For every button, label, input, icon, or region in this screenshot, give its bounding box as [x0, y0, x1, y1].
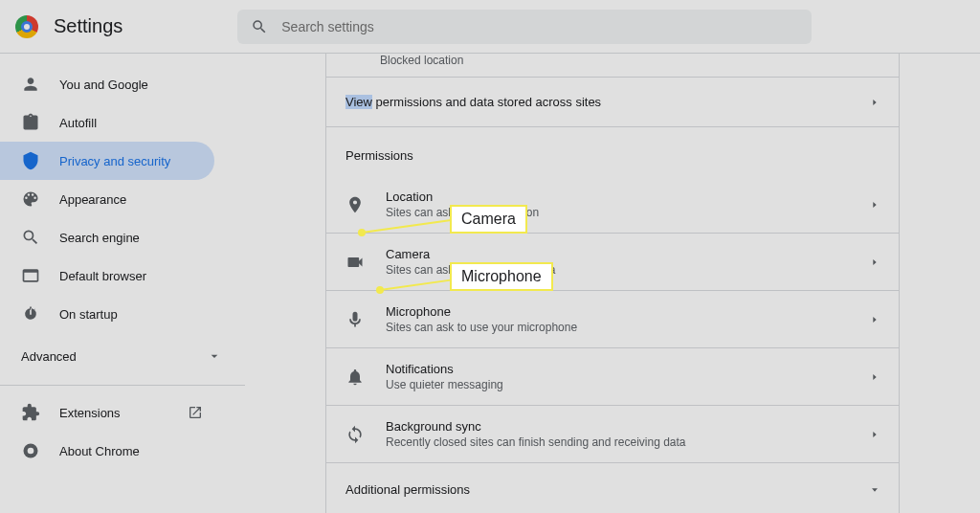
sidebar-item-search-engine[interactable]: Search engine — [0, 218, 214, 256]
chrome-logo-icon — [15, 15, 38, 38]
sidebar-item-about-chrome[interactable]: About Chrome — [0, 432, 214, 470]
sidebar-item-label: On startup — [59, 307, 118, 322]
chevron-down-icon — [207, 348, 222, 364]
chevron-right-icon — [870, 315, 880, 324]
search-icon — [21, 228, 40, 247]
sidebar-item-label: You and Google — [59, 78, 148, 92]
permission-row-background-sync[interactable]: Background syncRecently closed sites can… — [326, 406, 899, 463]
blocked-location-stub: Blocked location — [326, 54, 899, 78]
row-title: Additional permissions — [345, 482, 870, 497]
chevron-right-icon — [870, 200, 880, 210]
row-sub: Recently closed sites can finish sending… — [386, 435, 870, 449]
clipboard-icon — [21, 113, 40, 132]
row-title: Background sync — [386, 419, 870, 434]
sidebar-item-you-and-google[interactable]: You and Google — [0, 65, 214, 103]
chevron-right-icon — [870, 430, 880, 439]
view-permissions-row[interactable]: View permissions and data stored across … — [326, 78, 899, 127]
sidebar-advanced-toggle[interactable]: Advanced — [0, 337, 245, 375]
search-icon — [251, 18, 268, 35]
sync-icon — [345, 425, 365, 444]
row-title: Notifications — [386, 362, 870, 376]
permission-row-camera[interactable]: CameraSites can ask to use your camera — [326, 234, 899, 291]
row-title: Microphone — [386, 304, 870, 319]
sidebar: You and Google Autofill Privacy and secu… — [0, 54, 245, 513]
microphone-icon — [345, 310, 365, 329]
sidebar-item-label: Search engine — [59, 231, 140, 245]
row-sub: Use quieter messaging — [386, 378, 870, 391]
open-in-new-icon — [188, 405, 203, 420]
shield-icon — [21, 151, 40, 170]
sidebar-item-on-startup[interactable]: On startup — [0, 295, 214, 333]
permissions-header: Permissions — [326, 127, 899, 176]
page-title: Settings — [54, 15, 122, 37]
view-permissions-text: View permissions and data stored across … — [345, 95, 601, 109]
sidebar-item-default-browser[interactable]: Default browser — [0, 256, 214, 295]
permission-row-microphone[interactable]: MicrophoneSites can ask to use your micr… — [326, 291, 899, 348]
sidebar-item-label: Privacy and security — [59, 154, 170, 168]
sidebar-item-appearance[interactable]: Appearance — [0, 180, 214, 218]
search-box[interactable] — [237, 10, 812, 44]
sidebar-item-autofill[interactable]: Autofill — [0, 103, 214, 142]
sidebar-item-label: Autofill — [59, 116, 97, 130]
sidebar-divider — [0, 385, 245, 386]
callout-microphone: Microphone — [450, 262, 553, 291]
row-sub: Sites can ask to use your microphone — [386, 321, 870, 334]
sidebar-item-extensions[interactable]: Extensions — [0, 393, 214, 432]
extension-icon — [21, 403, 40, 422]
camera-icon — [345, 253, 365, 272]
location-icon — [345, 195, 365, 214]
permission-row-notifications[interactable]: NotificationsUse quieter messaging — [326, 348, 899, 406]
sidebar-item-label: Appearance — [59, 192, 126, 207]
settings-panel: Blocked location View permissions and da… — [325, 54, 900, 513]
sidebar-item-privacy-security[interactable]: Privacy and security — [0, 142, 214, 180]
row-title: Camera — [386, 247, 870, 261]
search-container — [237, 10, 812, 44]
app-header: Settings — [0, 0, 980, 54]
additional-permissions-row[interactable]: Additional permissions — [326, 463, 899, 513]
person-icon — [21, 75, 40, 94]
chevron-right-icon — [870, 98, 880, 107]
sidebar-item-label: Default browser — [59, 269, 146, 283]
svg-point-1 — [28, 448, 34, 455]
bell-icon — [345, 368, 365, 387]
chrome-icon — [21, 441, 40, 460]
sidebar-item-label: About Chrome — [59, 444, 140, 458]
advanced-label: Advanced — [21, 349, 77, 364]
palette-icon — [21, 190, 40, 209]
power-icon — [21, 304, 40, 323]
search-input[interactable] — [281, 19, 798, 34]
sidebar-item-label: Extensions — [59, 406, 121, 420]
main-content: Blocked location View permissions and da… — [245, 54, 980, 513]
chevron-right-icon — [870, 257, 880, 267]
row-title: Location — [386, 190, 870, 204]
chevron-right-icon — [870, 372, 880, 382]
browser-icon — [21, 266, 40, 285]
callout-camera: Camera — [450, 205, 527, 234]
chevron-down-icon — [870, 485, 880, 495]
